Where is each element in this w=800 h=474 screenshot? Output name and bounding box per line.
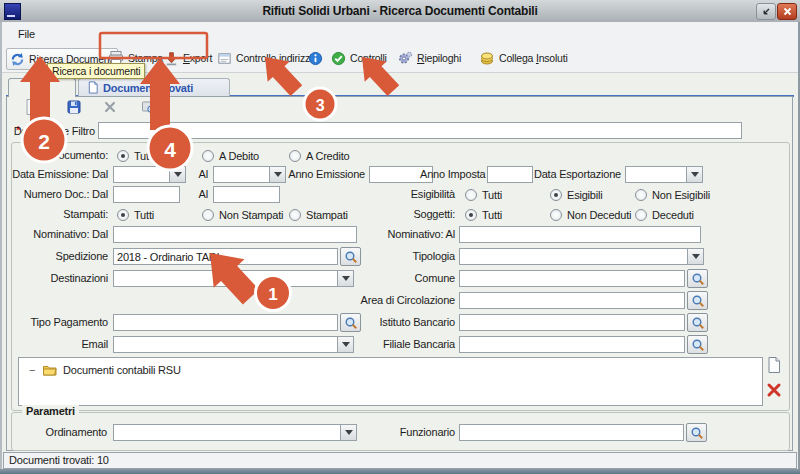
nominativo-dal-label: Nominativo: Dal xyxy=(0,227,108,242)
radio-circle xyxy=(550,209,562,221)
new-page-icon xyxy=(24,98,40,116)
ordinamento-label: Ordinamento xyxy=(20,425,107,440)
magnifier-icon xyxy=(690,426,704,440)
restore-button[interactable] xyxy=(756,3,776,20)
radio-esigibilita-non-esigibili[interactable]: Non Esigibili xyxy=(635,187,710,202)
export-button[interactable]: Export xyxy=(161,48,215,68)
titlebar: Rifiuti Solidi Urbani - Ricerca Document… xyxy=(0,0,800,22)
radio-tipo-documento-tutti[interactable]: Tutti xyxy=(117,148,154,163)
istituto-bancario-search-button[interactable] xyxy=(687,313,708,332)
chevron-down-icon[interactable] xyxy=(169,167,185,182)
tree-add-button[interactable] xyxy=(766,356,782,374)
numero-doc-al-label: Al xyxy=(186,187,208,202)
email-combo[interactable] xyxy=(113,336,354,353)
anno-imposta-input[interactable] xyxy=(487,166,533,183)
delete-x-icon xyxy=(766,382,782,398)
chevron-down-icon[interactable] xyxy=(687,249,703,264)
radio-tipo-documento-a-debito[interactable]: A Debito xyxy=(202,148,259,163)
nominativo-al-label: Nominativo: Al xyxy=(330,227,455,242)
filiale-bancaria-input[interactable] xyxy=(459,336,685,353)
refresh-icon xyxy=(10,52,25,67)
area-circolazione-search-button[interactable] xyxy=(687,291,708,310)
documents-tree[interactable]: − Documenti contabili RSU xyxy=(18,357,763,406)
radio-stampati-non-stampati[interactable]: Non Stampati xyxy=(202,207,283,222)
status-text: Documenti trovati: 10 xyxy=(9,454,109,466)
clear-filter-button[interactable] xyxy=(103,100,117,114)
tree-delete-button[interactable] xyxy=(766,382,782,398)
save-filter-button[interactable] xyxy=(66,99,82,115)
nominativo-al-input[interactable] xyxy=(459,226,701,243)
radio-tipo-documento-a-credito[interactable]: A Credito xyxy=(289,148,349,163)
funzionario-input[interactable] xyxy=(459,424,684,441)
restore-icon xyxy=(761,7,771,17)
comune-input[interactable] xyxy=(459,270,685,287)
filter-label: Descrizione Filtro xyxy=(0,124,95,139)
filiale-bancaria-search-button[interactable] xyxy=(687,335,708,354)
funzionario-label: Funzionario xyxy=(330,425,455,440)
data-emissione-dal-label: Data Emissione: Dal xyxy=(0,167,108,182)
istituto-bancario-label: Istituto Bancario xyxy=(330,315,455,330)
nominativo-dal-input[interactable] xyxy=(113,226,357,243)
magnifier-icon xyxy=(691,294,705,308)
tree-expander[interactable]: − xyxy=(27,364,37,376)
save-icon xyxy=(66,99,82,115)
controlli-button[interactable]: Controlli xyxy=(328,48,390,68)
tipologia-label: Tipologia xyxy=(330,249,455,264)
gear-icon xyxy=(397,50,413,66)
radio-esigibilita-esigibili[interactable]: Esigibili xyxy=(550,187,603,202)
ordinamento-combo[interactable] xyxy=(113,424,357,441)
radio-esigibilita-tutti[interactable]: Tutti xyxy=(465,187,502,202)
anno-emissione-label: Anno Emissione xyxy=(280,167,365,182)
new-filter-button[interactable] xyxy=(24,98,40,116)
menu-bar: File xyxy=(2,22,798,47)
tipo-pagamento-input[interactable] xyxy=(113,314,338,331)
radio-stampati-tutti[interactable]: Tutti xyxy=(117,207,154,222)
controllo-indirizzi-button[interactable]: Controllo indirizzi xyxy=(214,48,315,68)
area-circolazione-input[interactable] xyxy=(459,292,685,309)
chevron-down-icon[interactable] xyxy=(686,167,702,182)
window-edge-left xyxy=(0,22,2,470)
tab-ricerca[interactable] xyxy=(8,78,76,97)
tree-node-root[interactable]: − Documenti contabili RSU xyxy=(27,363,181,377)
radio-soggetti-deceduti[interactable]: Deceduti xyxy=(635,207,694,222)
numero-doc-dal-input[interactable] xyxy=(113,186,180,203)
preview-icon xyxy=(140,99,157,115)
parametri-legend: Parametri xyxy=(22,405,79,417)
destinazioni-combo[interactable] xyxy=(113,270,354,287)
close-button[interactable] xyxy=(777,3,797,20)
menu-file[interactable]: File xyxy=(12,26,41,42)
riepiloghi-button[interactable]: Riepiloghi xyxy=(394,48,464,68)
radio-soggetti-tutti[interactable]: Tutti xyxy=(465,207,502,222)
funzionario-search-button[interactable] xyxy=(686,423,707,442)
magnifier-icon xyxy=(691,316,705,330)
anno-imposta-label: Anno Imposta xyxy=(420,167,483,182)
radio-circle xyxy=(117,209,129,221)
spedizione-input[interactable] xyxy=(113,248,338,265)
preview-button[interactable] xyxy=(140,99,157,115)
info-button[interactable] xyxy=(305,48,326,68)
coins-icon xyxy=(479,50,495,66)
tipologia-combo[interactable] xyxy=(459,248,704,265)
istituto-bancario-input[interactable] xyxy=(459,314,685,331)
tab-documenti-trovati[interactable]: Documenti trovati xyxy=(78,78,230,96)
radio-circle xyxy=(550,189,562,201)
data-esportazione-combo[interactable] xyxy=(625,166,703,183)
collega-insoluti-button[interactable]: Collega Insoluti xyxy=(476,48,571,68)
radio-circle xyxy=(289,209,301,221)
window-title: Rifiuti Solidi Urbani - Ricerca Document… xyxy=(0,4,800,18)
area-circolazione-label: Area di Circolazione xyxy=(330,293,455,308)
radio-soggetti-non-deceduti[interactable]: Non Deceduti xyxy=(550,207,631,222)
destinazioni-label: Destinazioni xyxy=(0,271,108,286)
data-emissione-al-combo[interactable] xyxy=(213,166,286,183)
filiale-bancaria-label: Filiale Bancaria xyxy=(330,337,455,352)
radio-circle xyxy=(635,209,647,221)
data-emissione-dal-combo[interactable] xyxy=(113,166,186,183)
new-page-icon xyxy=(766,356,782,374)
close-icon xyxy=(783,7,792,16)
comune-search-button[interactable] xyxy=(687,269,708,288)
numero-doc-al-input[interactable] xyxy=(213,186,280,203)
check-icon xyxy=(331,51,346,66)
filter-input[interactable] xyxy=(98,122,742,139)
export-icon xyxy=(164,51,179,66)
radio-circle xyxy=(202,150,214,162)
